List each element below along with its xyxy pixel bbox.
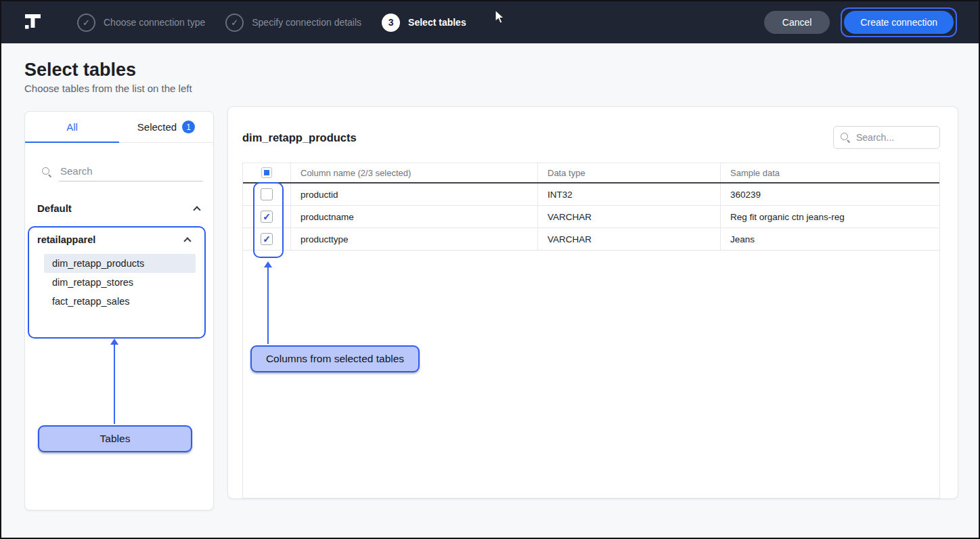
page-subtitle: Choose tables from the list on the left <box>24 83 192 94</box>
columns-search <box>833 126 940 149</box>
tables-search <box>42 163 203 181</box>
search-icon <box>42 167 52 177</box>
connection-wizard-screen: Choose connection type Specify connectio… <box>0 0 980 539</box>
columns-panel: dim_retapp_products Column name (2/3 sel… <box>227 106 958 499</box>
columns-search-input[interactable] <box>856 132 933 143</box>
row-checkbox-productname[interactable] <box>261 211 273 223</box>
database-group-default[interactable]: Default <box>37 202 200 214</box>
step-specify-connection-details[interactable]: Specify connection details <box>225 14 361 32</box>
step-select-tables[interactable]: 3 Select tables <box>382 14 466 32</box>
table-row: productname VARCHAR Reg fit organic ctn … <box>243 206 939 228</box>
step-1-label: Choose connection type <box>104 17 205 28</box>
page-title: Select tables <box>24 60 136 81</box>
column-name-cell: producttype <box>290 228 537 250</box>
tables-search-input[interactable] <box>59 163 203 181</box>
columns-table: Column name (2/3 selected) Data type Sam… <box>242 163 940 498</box>
search-icon <box>841 133 851 143</box>
column-name-cell: productid <box>290 184 537 205</box>
step-2-circle <box>225 14 244 32</box>
annotation-arrow <box>114 345 115 424</box>
chevron-up-icon <box>193 206 200 213</box>
schema-name-label: retailapparel <box>37 234 95 245</box>
database-group-label: Default <box>37 202 72 214</box>
select-all-checkbox[interactable] <box>261 167 272 178</box>
schema-retailapparel[interactable]: retailapparel <box>37 234 190 245</box>
create-connection-button[interactable]: Create connection <box>844 11 954 34</box>
create-connection-focus-ring: Create connection <box>841 7 957 37</box>
annotation-arrow-head <box>264 261 272 267</box>
chevron-up-icon <box>183 237 191 244</box>
header-checkbox-cell <box>243 163 290 182</box>
row-checkbox-cell <box>243 206 290 228</box>
tab-all[interactable]: All <box>25 112 119 142</box>
topbar: Choose connection type Specify connectio… <box>1 1 979 43</box>
data-type-cell: VARCHAR <box>537 206 720 228</box>
step-2-label: Specify connection details <box>252 17 361 28</box>
annotation-arrow <box>267 267 269 344</box>
step-3-circle: 3 <box>382 14 400 32</box>
sample-data-cell: Reg fit organic ctn jeans-reg <box>720 206 939 228</box>
table-row: productid INT32 360239 <box>243 184 939 206</box>
wizard-steps: Choose connection type Specify connectio… <box>77 14 466 32</box>
table-list: dim_retapp_products dim_retapp_stores fa… <box>44 254 196 311</box>
row-checkbox-productid[interactable] <box>261 188 273 200</box>
data-type-cell: VARCHAR <box>537 228 720 250</box>
row-checkbox-cell <box>243 184 290 205</box>
row-checkbox-producttype[interactable] <box>261 233 273 245</box>
header-data-type: Data type <box>537 163 720 182</box>
step-3-label: Select tables <box>408 17 466 28</box>
thoughtspot-logo-icon <box>23 12 43 33</box>
sample-data-cell: Jeans <box>720 228 939 250</box>
step-1-circle <box>77 14 95 32</box>
step-choose-connection-type[interactable]: Choose connection type <box>77 14 205 32</box>
tables-callout: Tables <box>38 425 192 452</box>
columns-callout: Columns from selected tables <box>250 345 420 372</box>
table-item-dim-retapp-products[interactable]: dim_retapp_products <box>44 254 196 273</box>
table-row: producttype VARCHAR Jeans <box>243 228 939 251</box>
selected-table-title: dim_retapp_products <box>242 131 357 144</box>
cancel-button[interactable]: Cancel <box>764 11 830 34</box>
table-item-fact-retapp-sales[interactable]: fact_retapp_sales <box>44 292 196 311</box>
table-item-dim-retapp-stores[interactable]: dim_retapp_stores <box>44 273 196 292</box>
columns-table-header: Column name (2/3 selected) Data type Sam… <box>243 163 939 184</box>
tables-panel-tabs: All Selected 1 <box>25 112 213 143</box>
header-column-name: Column name (2/3 selected) <box>290 163 537 182</box>
tab-all-label: All <box>66 121 78 133</box>
annotation-arrow-head <box>110 339 118 345</box>
selected-count-badge: 1 <box>182 121 195 133</box>
data-type-cell: INT32 <box>537 184 720 205</box>
check-icon <box>83 17 90 28</box>
sample-data-cell: 360239 <box>720 184 939 205</box>
tab-selected-label: Selected <box>137 121 177 133</box>
tab-selected[interactable]: Selected 1 <box>119 112 213 142</box>
row-checkbox-cell <box>243 228 290 250</box>
topbar-actions: Cancel Create connection <box>764 7 957 37</box>
check-icon <box>231 17 238 28</box>
header-sample-data: Sample data <box>720 163 939 182</box>
tables-panel: All Selected 1 Default retailapparel dim… <box>24 111 214 511</box>
column-name-cell: productname <box>290 206 537 228</box>
